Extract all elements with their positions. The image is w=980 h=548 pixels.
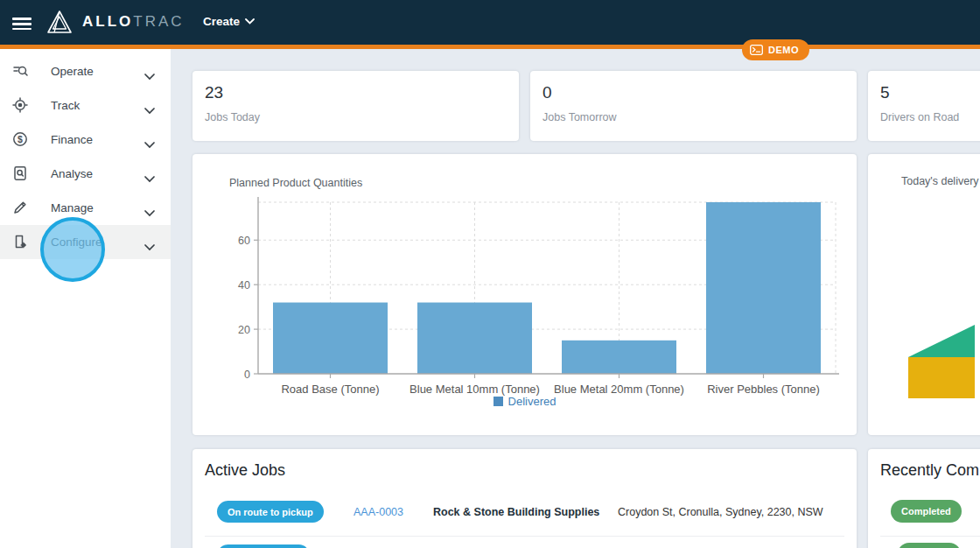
sidebar-item-label: Analyse [51, 167, 93, 180]
top-navbar: ALLOTRAC Create [0, 0, 980, 45]
svg-text:40: 40 [238, 279, 250, 292]
sidebar: Operate Track $ Finance [0, 49, 171, 548]
job-status-badge-partial[interactable] [217, 544, 310, 548]
planned-quantities-chart: Road Base (Tonne)Blue Metal 10mm (Tonne)… [227, 193, 839, 396]
stat-label: Jobs Today [205, 111, 260, 123]
manage-icon [12, 200, 28, 215]
chevron-down-icon [144, 171, 155, 186]
stat-value: 23 [205, 83, 223, 102]
job-status-badge[interactable]: On route to pickup [217, 501, 324, 523]
chevron-down-icon [144, 239, 155, 255]
active-jobs-title: Active Jobs [205, 461, 285, 480]
stat-value: 5 [880, 83, 890, 102]
allotrac-logo-icon[interactable] [46, 9, 74, 40]
stat-card-jobs-tomorrow: 0 Jobs Tomorrow [530, 71, 857, 141]
fulfilment-title: Today's delivery fu [901, 175, 980, 187]
row-divider [205, 536, 844, 537]
job-address: Croydon St, Cronulla, Sydney, 2230, NSW [618, 506, 823, 518]
svg-text:River Pebbles (Tonne): River Pebbles (Tonne) [707, 383, 820, 396]
fulfilment-area-yellow [908, 357, 975, 398]
sidebar-item-manage[interactable]: Manage [0, 191, 171, 225]
legend-swatch [494, 397, 503, 406]
stat-card-jobs-today: 23 Jobs Today [192, 71, 519, 141]
job-id-link[interactable]: AAA-0003 [354, 506, 403, 518]
sidebar-item-track[interactable]: Track [0, 88, 171, 123]
create-dropdown[interactable]: Create [203, 15, 255, 28]
chart-legend[interactable]: Delivered [192, 395, 857, 408]
analyse-icon [12, 165, 28, 181]
menu-icon[interactable] [12, 15, 32, 31]
job-customer: Rock & Stone Building Supplies [433, 506, 599, 518]
row-divider [880, 536, 980, 537]
recently-completed-title: Recently Com [880, 461, 979, 480]
stat-label: Jobs Tomorrow [542, 111, 617, 123]
completed-status-badge-partial[interactable] [898, 543, 961, 548]
sidebar-item-label: Configure [51, 235, 102, 249]
svg-text:60: 60 [238, 235, 250, 247]
active-jobs-card [192, 449, 857, 548]
fulfilment-chart [908, 325, 976, 399]
svg-text:20: 20 [238, 324, 250, 336]
brand-wordmark: ALLOTRAC [82, 13, 185, 31]
stat-label: Drivers on Road [880, 111, 959, 123]
sidebar-item-label: Track [51, 99, 80, 112]
terminal-icon [750, 45, 763, 55]
sidebar-item-finance[interactable]: $ Finance [0, 123, 171, 157]
svg-text:Blue Metal 10mm (Tonne): Blue Metal 10mm (Tonne) [410, 383, 540, 396]
finance-icon: $ [12, 131, 28, 147]
chevron-down-icon [144, 137, 155, 152]
configure-icon [12, 234, 28, 249]
chart-title: Planned Product Quantities [229, 177, 362, 189]
chevron-down-icon [144, 205, 155, 221]
sidebar-item-operate[interactable]: Operate [0, 54, 171, 88]
track-icon [12, 97, 28, 113]
operate-icon [12, 63, 28, 79]
fulfilment-area-green [908, 325, 975, 357]
completed-status-badge[interactable]: Completed [891, 500, 962, 523]
svg-text:Road Base (Tonne): Road Base (Tonne) [281, 383, 379, 396]
sidebar-item-label: Operate [51, 65, 94, 78]
sidebar-item-label: Manage [51, 201, 94, 214]
legend-label: Delivered [508, 395, 556, 408]
demo-badge: DEMO [742, 39, 809, 60]
accent-bar [0, 45, 980, 49]
sidebar-item-configure[interactable]: Configure [0, 225, 171, 259]
chevron-down-icon [144, 102, 155, 118]
sidebar-item-analyse[interactable]: Analyse [0, 157, 171, 191]
chevron-down-icon [245, 18, 255, 25]
stat-value: 0 [542, 83, 552, 102]
sidebar-item-label: Finance [51, 133, 93, 146]
svg-text:Blue Metal 20mm (Tonne): Blue Metal 20mm (Tonne) [554, 383, 684, 396]
stat-card-drivers-on-road: 5 Drivers on Road [868, 71, 980, 141]
chevron-down-icon [144, 68, 155, 84]
svg-text:$: $ [18, 134, 23, 144]
svg-text:0: 0 [244, 369, 250, 381]
